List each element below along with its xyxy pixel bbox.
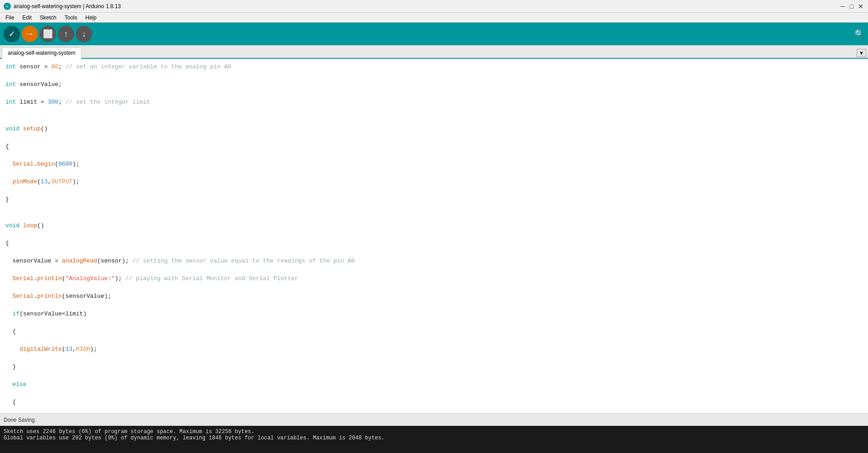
maximize-button[interactable]: □ — [848, 3, 855, 10]
code-line-21: { — [5, 398, 863, 407]
window-title: analog-self-watering-system | Arduino 1.… — [14, 3, 121, 10]
menu-tools[interactable]: Tools — [61, 14, 81, 22]
close-button[interactable]: ✕ — [857, 3, 864, 10]
code-line-5: void setup() — [5, 124, 863, 134]
console-line-1: Sketch uses 2246 bytes (6%) of program s… — [4, 429, 864, 435]
code-line-2: int sensorValue; — [5, 80, 863, 89]
menu-bar: File Edit Sketch Tools Help — [0, 13, 868, 23]
menu-help[interactable]: Help — [82, 14, 100, 22]
minimize-button[interactable]: ─ — [839, 3, 846, 10]
tab-dropdown-button[interactable]: ▼ — [857, 49, 866, 57]
verify-button[interactable]: ✓ — [4, 26, 20, 42]
code-line-15: Serial.println(sensorValue); — [5, 292, 863, 301]
code-line-16: if(sensorValue<limit) — [5, 310, 863, 319]
console-output: Sketch uses 2246 bytes (6%) of program s… — [0, 426, 868, 453]
toolbar-right: 🔍 — [854, 29, 864, 39]
code-line-13: sensorValue = analogRead(sensor); // set… — [5, 257, 863, 266]
menu-edit[interactable]: Edit — [19, 14, 35, 22]
open-button[interactable]: ↑ — [58, 26, 74, 42]
upload-button[interactable]: → — [22, 26, 38, 42]
code-line-6: { — [5, 142, 863, 151]
code-line-14: Serial.println("AnalogValue:"); // playi… — [5, 274, 863, 283]
menu-file[interactable]: File — [2, 14, 18, 22]
code-line-1: int sensor = A0; // set an integer varia… — [5, 62, 863, 72]
code-editor[interactable]: int sensor = A0; // set an integer varia… — [0, 59, 868, 413]
status-text: Done Saving. — [4, 417, 36, 423]
new-button[interactable]: ⬜ — [40, 26, 56, 42]
console-line-2: Global variables use 202 bytes (9%) of d… — [4, 435, 864, 441]
title-bar: ∞ analog-self-watering-system | Arduino … — [0, 0, 868, 13]
toolbar: ✓ → ⬜ ↑ ↓ 🔍 — [0, 23, 868, 45]
menu-sketch[interactable]: Sketch — [36, 14, 60, 22]
title-bar-controls[interactable]: ─ □ ✕ — [839, 3, 864, 10]
code-line-12: { — [5, 239, 863, 248]
code-line-20: else — [5, 380, 863, 389]
code-line-19: } — [5, 362, 863, 372]
title-bar-left: ∞ analog-self-watering-system | Arduino … — [4, 3, 121, 10]
save-button[interactable]: ↓ — [76, 26, 92, 42]
status-bar: Done Saving. — [0, 413, 868, 426]
code-line-3: int limit = 300; // set the integer limi… — [5, 98, 863, 107]
serial-monitor-button[interactable]: 🔍 — [854, 29, 864, 39]
code-line-9: } — [5, 195, 863, 204]
code-line-17: { — [5, 327, 863, 336]
tab-sketch[interactable]: analog-self-watering-system — [2, 48, 81, 59]
code-line-18: digitalWrite(13,HIGH); — [5, 345, 863, 354]
code-line-8: pinMode(13,OUTPUT); — [5, 177, 863, 186]
tab-bar: analog-self-watering-system ▼ — [0, 45, 868, 59]
code-content[interactable]: int sensor = A0; // set an integer varia… — [0, 59, 868, 413]
app-logo: ∞ — [4, 3, 11, 10]
code-line-7: Serial.begin(9600); — [5, 160, 863, 169]
code-line-11: void loop() — [5, 221, 863, 230]
tab-bar-right: ▼ — [857, 49, 866, 58]
